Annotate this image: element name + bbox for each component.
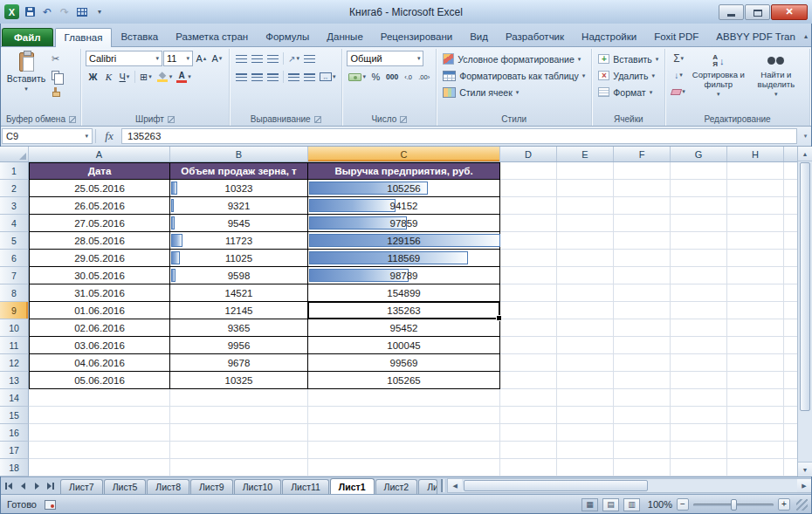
cell-A8[interactable]: 31.05.2016 bbox=[29, 284, 170, 302]
row-header-14[interactable]: 14 bbox=[0, 389, 29, 407]
cell-D13[interactable] bbox=[500, 372, 557, 389]
qat-dropdown-icon[interactable]: ▾ bbox=[93, 5, 107, 19]
zoom-out-button[interactable]: − bbox=[677, 498, 689, 511]
cell-F9[interactable] bbox=[614, 302, 671, 319]
maximize-button[interactable] bbox=[745, 4, 770, 20]
row-header-5[interactable]: 5 bbox=[0, 232, 29, 250]
minimize-ribbon-icon[interactable]: ▴ bbox=[804, 32, 808, 40]
conditional-formatting-button[interactable]: Условное форматирование ▾ bbox=[441, 51, 587, 66]
cell-G3[interactable] bbox=[671, 197, 727, 215]
accounting-format-button[interactable]: ▾ bbox=[347, 69, 368, 85]
cell-E5[interactable] bbox=[557, 232, 614, 250]
cell-F14[interactable] bbox=[614, 389, 671, 407]
cell-E15[interactable] bbox=[557, 407, 614, 424]
cell-G1[interactable] bbox=[671, 162, 727, 180]
cell-E13[interactable] bbox=[557, 372, 614, 389]
cell-F11[interactable] bbox=[614, 337, 671, 354]
cell-E1[interactable] bbox=[557, 162, 614, 180]
cell-H8[interactable] bbox=[727, 284, 784, 302]
cell-G2[interactable] bbox=[671, 180, 727, 197]
sheet-tab-8[interactable]: Ли bbox=[418, 479, 437, 494]
column-header-C[interactable]: C bbox=[308, 147, 500, 161]
cell-H4[interactable] bbox=[727, 215, 784, 232]
sheet-tab-5[interactable]: Лист11 bbox=[282, 479, 329, 494]
formula-input[interactable]: 135263 bbox=[121, 128, 797, 144]
cell-F7[interactable] bbox=[614, 267, 671, 284]
vertical-scrollbar[interactable]: ▲ ▼ bbox=[797, 147, 812, 476]
ribbon-tab-9[interactable]: Надстройки bbox=[573, 28, 645, 46]
ribbon-tab-7[interactable]: Вид bbox=[461, 28, 497, 46]
cell-C3[interactable]: 94152 bbox=[308, 197, 500, 215]
select-all-corner[interactable] bbox=[0, 147, 29, 161]
excel-app-icon[interactable]: X bbox=[4, 4, 19, 19]
row-header-1[interactable]: 1 bbox=[0, 162, 29, 180]
merge-center-button[interactable]: ↔▾ bbox=[318, 69, 338, 85]
zoom-in-button[interactable]: + bbox=[778, 498, 790, 511]
last-sheet-button[interactable] bbox=[45, 480, 57, 492]
sheet-tab-1[interactable]: Лист5 bbox=[104, 479, 147, 494]
decrease-indent-button[interactable] bbox=[286, 69, 301, 85]
zoom-slider-thumb[interactable] bbox=[731, 499, 737, 511]
format-cells-button[interactable]: Формат ▾ bbox=[596, 85, 660, 99]
cell-E12[interactable] bbox=[557, 354, 614, 372]
cell-F10[interactable] bbox=[614, 319, 671, 337]
cell-C7[interactable]: 98789 bbox=[308, 267, 500, 284]
cell-C9[interactable]: 135263 bbox=[308, 302, 500, 319]
cell-D5[interactable] bbox=[500, 232, 557, 250]
row-header-11[interactable]: 11 bbox=[0, 337, 29, 354]
cell-C12[interactable]: 99569 bbox=[308, 354, 500, 372]
clear-button[interactable]: ▾ bbox=[670, 84, 687, 99]
wrap-text-button[interactable] bbox=[302, 51, 317, 66]
sort-filter-button[interactable]: АЯ↓ Сортировка и фильтр ▾ bbox=[690, 51, 747, 99]
align-center-button[interactable] bbox=[250, 69, 265, 85]
format-as-table-button[interactable]: Форматировать как таблицу ▾ bbox=[441, 68, 587, 83]
cell-F18[interactable] bbox=[614, 459, 671, 476]
cell-C11[interactable]: 100045 bbox=[308, 337, 500, 354]
cell-H10[interactable] bbox=[727, 319, 784, 337]
cell-D8[interactable] bbox=[500, 284, 557, 302]
column-header-B[interactable]: B bbox=[170, 147, 308, 161]
decrease-decimal-button[interactable]: .00› bbox=[416, 69, 431, 85]
cell-F12[interactable] bbox=[614, 354, 671, 372]
ribbon-tab-10[interactable]: Foxit PDF bbox=[645, 28, 707, 46]
cell-G18[interactable] bbox=[671, 459, 727, 476]
comma-style-button[interactable]: 000 bbox=[384, 69, 400, 85]
cell-F4[interactable] bbox=[614, 215, 671, 232]
cell-B6[interactable]: 11025 bbox=[170, 250, 308, 267]
cut-button[interactable]: ✂ bbox=[48, 51, 63, 66]
close-button[interactable]: ✕ bbox=[771, 4, 808, 20]
row-header-10[interactable]: 10 bbox=[0, 319, 29, 337]
cell-C16[interactable] bbox=[308, 424, 500, 442]
cell-C8[interactable]: 154899 bbox=[308, 284, 500, 302]
minimize-button[interactable] bbox=[719, 4, 744, 20]
insert-cells-button[interactable]: + Вставить ▾ bbox=[596, 51, 660, 66]
align-left-button[interactable] bbox=[234, 69, 249, 85]
cell-A10[interactable]: 02.06.2016 bbox=[29, 319, 170, 337]
row-header-17[interactable]: 17 bbox=[0, 442, 29, 459]
horizontal-scroll-thumb[interactable] bbox=[464, 480, 648, 491]
cell-H13[interactable] bbox=[727, 372, 784, 389]
cell-A4[interactable]: 27.05.2016 bbox=[29, 215, 170, 232]
cell-G14[interactable] bbox=[671, 389, 727, 407]
cell-styles-button[interactable]: Стили ячеек ▾ bbox=[441, 85, 587, 99]
row-header-6[interactable]: 6 bbox=[0, 250, 29, 267]
cell-E8[interactable] bbox=[557, 284, 614, 302]
cell-F6[interactable] bbox=[614, 250, 671, 267]
cell-A17[interactable] bbox=[29, 442, 170, 459]
horizontal-scrollbar[interactable]: ◀ ▶ bbox=[447, 478, 812, 493]
cell-A3[interactable]: 26.05.2016 bbox=[29, 197, 170, 215]
cell-E4[interactable] bbox=[557, 215, 614, 232]
ribbon-tab-2[interactable]: Вставка bbox=[112, 28, 167, 46]
ribbon-tab-11[interactable]: ABBYY PDF Tran bbox=[707, 28, 804, 46]
ribbon-tab-5[interactable]: Данные bbox=[318, 28, 372, 46]
cell-G9[interactable] bbox=[671, 302, 727, 319]
cell-F17[interactable] bbox=[614, 442, 671, 459]
first-sheet-button[interactable] bbox=[3, 480, 15, 492]
cell-E10[interactable] bbox=[557, 319, 614, 337]
cell-F16[interactable] bbox=[614, 424, 671, 442]
fill-button[interactable]: ↓▾ bbox=[670, 67, 687, 83]
cell-H1[interactable] bbox=[727, 162, 784, 180]
cell-D6[interactable] bbox=[500, 250, 557, 267]
cell-B12[interactable]: 9678 bbox=[170, 354, 308, 372]
cell-A6[interactable]: 29.05.2016 bbox=[29, 250, 170, 267]
